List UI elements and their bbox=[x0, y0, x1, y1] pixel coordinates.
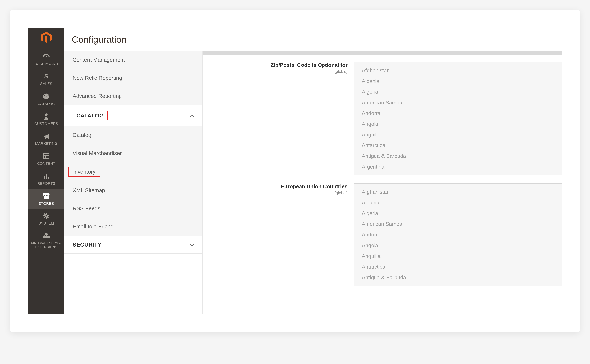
chevron-down-icon bbox=[190, 242, 194, 247]
multiselect-option[interactable]: Afghanistan bbox=[354, 65, 562, 76]
form-area: Zip/Postal Code is Optional for [global]… bbox=[203, 51, 562, 314]
svg-text:$: $ bbox=[45, 73, 48, 80]
field-label: European Union Countries bbox=[281, 183, 347, 189]
field-label-col: Zip/Postal Code is Optional for [global] bbox=[203, 62, 354, 74]
config-section-security[interactable]: SECURITY bbox=[64, 236, 203, 254]
nav-customers[interactable]: CUSTOMERS bbox=[28, 110, 64, 129]
svg-line-20 bbox=[48, 214, 48, 214]
config-pre-items: Content Management New Relic Reporting A… bbox=[64, 51, 203, 105]
field-scope: [global] bbox=[203, 69, 347, 74]
magento-logo[interactable] bbox=[40, 31, 53, 45]
field-label-col: European Union Countries [global] bbox=[203, 183, 354, 195]
config-item-inventory[interactable]: Inventory bbox=[64, 162, 203, 181]
field-zip-optional: Zip/Postal Code is Optional for [global]… bbox=[203, 62, 562, 175]
nav-find-partners[interactable]: FIND PARTNERS & EXTENSIONS bbox=[28, 229, 64, 253]
dashboard-icon bbox=[28, 53, 64, 60]
app-window: DASHBOARD $ SALES CATALOG CUSTOMERS MARK… bbox=[28, 28, 562, 314]
multiselect-option[interactable]: Antigua & Barbuda bbox=[354, 151, 562, 162]
multiselect-option[interactable]: Andorra bbox=[354, 229, 562, 240]
config-item-visual-merchandiser[interactable]: Visual Merchandiser bbox=[64, 144, 203, 162]
nav-label: MARKETING bbox=[28, 142, 64, 146]
svg-point-12 bbox=[45, 214, 47, 217]
nav-catalog[interactable]: CATALOG bbox=[28, 90, 64, 110]
config-item-xml-sitemap[interactable]: XML Sitemap bbox=[64, 181, 203, 199]
nav-stores[interactable]: STORES bbox=[28, 189, 64, 209]
config-item-content-management[interactable]: Content Management bbox=[64, 51, 203, 69]
svg-point-5 bbox=[45, 113, 48, 116]
multiselect-option[interactable]: Algeria bbox=[354, 208, 562, 219]
config-item-rss-feeds[interactable]: RSS Feeds bbox=[64, 199, 203, 218]
config-item-email-friend[interactable]: Email to a Friend bbox=[64, 218, 203, 236]
field-eu-countries: European Union Countries [global] Afghan… bbox=[203, 183, 562, 286]
multiselect-option[interactable]: American Samoa bbox=[354, 97, 562, 108]
config-item-catalog[interactable]: Catalog bbox=[64, 126, 203, 144]
nav-label: REPORTS bbox=[28, 182, 64, 186]
multiselect-option[interactable]: Antarctica bbox=[354, 140, 562, 151]
multiselect-zip-optional[interactable]: AfghanistanAlbaniaAlgeriaAmerican SamoaA… bbox=[354, 62, 562, 175]
multiselect-option[interactable]: Antarctica bbox=[354, 261, 562, 272]
chevron-up-icon bbox=[190, 113, 194, 118]
config-section-catalog[interactable]: CATALOG bbox=[64, 105, 203, 126]
nav-label: SALES bbox=[28, 82, 64, 86]
svg-line-19 bbox=[44, 217, 45, 218]
content-body: Content Management New Relic Reporting A… bbox=[64, 51, 562, 314]
nav-dashboard[interactable]: DASHBOARD bbox=[28, 50, 64, 69]
multiselect-option[interactable]: Argentina bbox=[354, 162, 562, 172]
multiselect-option[interactable]: Algeria bbox=[354, 87, 562, 97]
nav-label: SYSTEM bbox=[28, 221, 64, 225]
svg-rect-10 bbox=[46, 174, 47, 179]
svg-marker-23 bbox=[46, 235, 50, 238]
multiselect-option[interactable]: Albania bbox=[354, 76, 562, 87]
nav-label: CONTENT bbox=[28, 162, 64, 166]
gear-icon bbox=[28, 212, 64, 220]
megaphone-icon bbox=[28, 133, 64, 140]
config-item-advanced-reporting[interactable]: Advanced Reporting bbox=[64, 87, 203, 105]
nav-label: CUSTOMERS bbox=[28, 122, 64, 126]
section-title: SECURITY bbox=[72, 241, 102, 248]
multiselect-option[interactable]: Anguilla bbox=[354, 129, 562, 140]
multiselect-option[interactable]: Albania bbox=[354, 197, 562, 208]
nav-label: FIND PARTNERS & EXTENSIONS bbox=[28, 241, 64, 249]
dollar-icon: $ bbox=[28, 73, 64, 80]
app-frame: DASHBOARD $ SALES CATALOG CUSTOMERS MARK… bbox=[10, 10, 580, 332]
nav-label: DASHBOARD bbox=[28, 62, 64, 66]
multiselect-option[interactable]: Anguilla bbox=[354, 251, 562, 261]
svg-rect-9 bbox=[44, 176, 45, 179]
page-title: Configuration bbox=[72, 34, 555, 45]
nav-label: CATALOG bbox=[28, 102, 64, 106]
admin-sidebar: DASHBOARD $ SALES CATALOG CUSTOMERS MARK… bbox=[28, 28, 64, 314]
svg-line-18 bbox=[48, 217, 48, 218]
multiselect-option[interactable]: Angola bbox=[354, 119, 562, 129]
config-item-new-relic[interactable]: New Relic Reporting bbox=[64, 69, 203, 87]
svg-marker-21 bbox=[45, 233, 48, 236]
multiselect-option[interactable]: Andorra bbox=[354, 108, 562, 119]
nav-system[interactable]: SYSTEM bbox=[28, 209, 64, 229]
layout-icon bbox=[28, 153, 64, 160]
nav-sales[interactable]: $ SALES bbox=[28, 69, 64, 89]
multiselect-eu-countries[interactable]: AfghanistanAlbaniaAlgeriaAmerican SamoaA… bbox=[354, 183, 562, 286]
nav-marketing[interactable]: MARKETING bbox=[28, 129, 64, 149]
config-catalog-items: Catalog Visual Merchandiser Inventory XM… bbox=[64, 126, 203, 236]
field-scope: [global] bbox=[203, 191, 347, 195]
svg-marker-1 bbox=[45, 36, 47, 43]
svg-marker-22 bbox=[43, 235, 46, 238]
store-icon bbox=[28, 193, 64, 200]
nav-label: STORES bbox=[28, 202, 64, 206]
svg-rect-6 bbox=[44, 153, 49, 158]
nav-reports[interactable]: REPORTS bbox=[28, 169, 64, 189]
svg-rect-11 bbox=[48, 177, 49, 179]
multiselect-option[interactable]: Afghanistan bbox=[354, 187, 562, 197]
nav-content[interactable]: CONTENT bbox=[28, 149, 64, 169]
section-title: CATALOG bbox=[76, 112, 104, 119]
box-icon bbox=[28, 93, 64, 100]
person-icon bbox=[28, 113, 64, 120]
multiselect-partial[interactable] bbox=[203, 51, 562, 55]
field-label: Zip/Postal Code is Optional for bbox=[270, 62, 347, 68]
config-sidebar: Content Management New Relic Reporting A… bbox=[64, 51, 203, 314]
multiselect-option[interactable]: American Samoa bbox=[354, 219, 562, 229]
page-header: Configuration bbox=[64, 28, 562, 51]
svg-line-17 bbox=[44, 214, 45, 214]
blocks-icon bbox=[28, 233, 64, 240]
multiselect-option[interactable]: Antigua & Barbuda bbox=[354, 272, 562, 283]
multiselect-option[interactable]: Angola bbox=[354, 240, 562, 251]
